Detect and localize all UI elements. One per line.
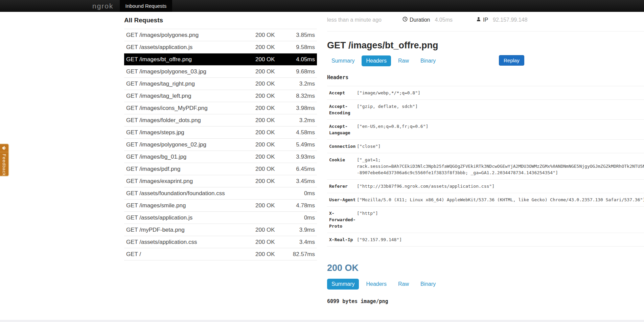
request-method-path: GET /images/pdf.png (126, 165, 228, 173)
request-list-item[interactable]: GET /images/exaprint.png 200 OK 3.45ms (124, 175, 317, 187)
request-method-path: GET /images/steps.jpg (126, 129, 228, 136)
request-list: GET /images/polygones.png 200 OK 3.85ms … (124, 29, 317, 260)
request-method-path: GET /images/tag_right.png (126, 80, 228, 88)
request-method-path: GET /images/polygones.png (126, 31, 228, 39)
request-duration: 4.58ms (286, 129, 315, 136)
header-value: ["http://33b87f96.ngrok.com/assets/appli… (357, 183, 644, 189)
request-duration: 9.68ms (286, 68, 315, 75)
tab-headers[interactable]: Headers (362, 55, 391, 66)
header-row: X-Real-Ip ["92.157.99.148"] (327, 233, 644, 247)
request-list-item[interactable]: GET /images/polygones.png 200 OK 3.85ms (124, 29, 317, 41)
header-value: ["92.157.99.148"] (357, 236, 644, 243)
request-list-item[interactable]: GET /images/polygones_03.jpg 200 OK 9.68… (124, 66, 317, 78)
request-status: 200 OK (255, 238, 286, 246)
request-method-path: GET /assets/application.js (126, 44, 228, 51)
request-duration: 0ms (286, 214, 315, 222)
header-value: ["http"] (357, 210, 644, 229)
header-name: X-Forwarded-Proto (329, 210, 357, 229)
request-list-item[interactable]: GET /images/bt_offre.png 200 OK 4.05ms (124, 53, 317, 66)
header-row: Accept ["image/webp,*/*;q=0.8"] (327, 86, 644, 100)
request-status: 200 OK (255, 56, 286, 63)
request-status: 200 OK (255, 141, 286, 148)
request-duration: 3.4ms (286, 238, 315, 246)
request-list-item[interactable]: GET /myPDF-beta.png 200 OK 3.9ms (124, 224, 317, 236)
header-value: ["_gat=1;rack.session=BAh7CEkiD3Nlc3Npb2… (357, 157, 644, 176)
header-row: Accept-Encoding ["gzip, deflate, sdch"] (327, 100, 644, 120)
request-meta-bar: less than a minute ago Duration 4.05ms I… (327, 12, 644, 31)
nav-tab-inbound-requests[interactable]: Inbound Requests (120, 0, 172, 12)
request-list-item[interactable]: GET /images/tag_right.png 200 OK 3.2ms (124, 78, 317, 90)
request-list-item[interactable]: GET /images/folder_dots.png 200 OK 3.2ms (124, 114, 317, 127)
request-list-item[interactable]: GET /images/polygones_02.jpg 200 OK 5.49… (124, 139, 317, 151)
response-status-title: 200 OK (327, 263, 644, 273)
request-list-item[interactable]: GET /images/bg_01.jpg 200 OK 3.93ms (124, 151, 317, 163)
request-method-path: GET /images/exaprint.png (126, 178, 228, 185)
request-status: 200 OK (255, 31, 286, 39)
request-list-panel: All Requests GET /images/polygones.png 2… (124, 15, 317, 260)
horizontal-scrollbar[interactable] (0, 320, 644, 322)
clock-icon (402, 17, 408, 23)
header-value: ["image/webp,*/*;q=0.8"] (357, 90, 644, 96)
request-list-item[interactable]: GET /images/steps.jpg 200 OK 4.58ms (124, 127, 317, 139)
request-duration: 3.45ms (286, 178, 315, 185)
tab-binary[interactable]: Binary (416, 55, 440, 66)
request-method-path: GET /assets/application.css (126, 238, 228, 246)
ip-value: 92.157.99.148 (493, 17, 527, 23)
ip-label: IP (483, 17, 488, 23)
request-duration: 9.58ms (286, 44, 315, 51)
duration-value: 4.05ms (435, 17, 452, 23)
request-title: GET /images/bt_offre.png (327, 40, 644, 51)
request-method-path: GET /images/bg_01.jpg (126, 153, 228, 161)
tab-raw[interactable]: Raw (394, 279, 413, 290)
header-name: User-Agent (329, 197, 357, 203)
request-list-item[interactable]: GET /assets/application.js 0ms (124, 212, 317, 224)
request-method-path: GET /myPDF-beta.png (126, 226, 228, 234)
request-list-item[interactable]: GET /assets/foundation/foundation.css 0m… (124, 187, 317, 200)
request-list-item[interactable]: GET /images/tag_left.png 200 OK 8.32ms (124, 90, 317, 102)
request-list-item[interactable]: GET /images/icons_MyPDF.png 200 OK 3.98m… (124, 102, 317, 114)
request-duration: 4.05ms (286, 56, 315, 63)
request-list-item[interactable]: GET /images/pdf.png 200 OK 6.45ms (124, 163, 317, 175)
header-name: Accept-Encoding (329, 103, 357, 116)
headers-table: Accept ["image/webp,*/*;q=0.8"] Accept-E… (327, 86, 644, 247)
tab-binary[interactable]: Binary (416, 279, 440, 290)
request-status: 200 OK (255, 153, 286, 161)
header-row: Connection ["close"] (327, 140, 644, 153)
request-list-item[interactable]: GET /assets/application.js 200 OK 9.58ms (124, 41, 317, 53)
response-tabs: SummaryHeadersRawBinary (327, 279, 644, 290)
request-status: 200 OK (255, 251, 286, 258)
header-value: ["Mozilla/5.0 (X11; Linux x86_64) AppleW… (357, 197, 644, 203)
user-icon (476, 17, 481, 23)
request-detail-panel: less than a minute ago Duration 4.05ms I… (327, 12, 644, 320)
request-status: 200 OK (255, 226, 286, 234)
request-duration: 3.2ms (286, 117, 315, 124)
header-name: X-Real-Ip (329, 236, 357, 243)
request-method-path: GET /images/polygones_02.jpg (126, 141, 228, 148)
request-method-path: GET /images/smile.png (126, 202, 228, 209)
tab-summary[interactable]: Summary (327, 279, 359, 290)
request-method-path: GET /images/icons_MyPDF.png (126, 105, 228, 112)
request-list-item[interactable]: GET / 200 OK 82.57ms (124, 248, 317, 260)
request-duration: 6.45ms (286, 165, 315, 173)
replay-button[interactable]: Replay (499, 55, 524, 66)
feedback-tab[interactable]: Feedback (0, 143, 9, 177)
request-age: less than a minute ago (327, 17, 382, 23)
request-status: 200 OK (255, 68, 286, 75)
request-list-item[interactable]: GET /assets/application.css 200 OK 3.4ms (124, 236, 317, 248)
request-list-item[interactable]: GET /images/smile.png 200 OK 4.78ms (124, 200, 317, 212)
header-name: Accept (329, 90, 357, 96)
request-method-path: GET /images/bt_offre.png (126, 56, 228, 63)
request-tabs: SummaryHeadersRawBinary (327, 55, 644, 66)
request-duration: 3.2ms (286, 80, 315, 88)
tab-summary[interactable]: Summary (327, 55, 359, 66)
tab-raw[interactable]: Raw (394, 55, 413, 66)
response-summary: 6099 bytes image/png (327, 298, 644, 304)
request-duration: 3.85ms (286, 31, 315, 39)
request-duration: 8.32ms (286, 92, 315, 100)
tab-headers[interactable]: Headers (362, 279, 391, 290)
request-status: 200 OK (255, 105, 286, 112)
header-value: ["gzip, deflate, sdch"] (357, 103, 644, 116)
request-method-path: GET / (126, 251, 228, 258)
header-row: Referer ["http://33b87f96.ngrok.com/asse… (327, 180, 644, 193)
header-name: Cookie (329, 157, 357, 176)
